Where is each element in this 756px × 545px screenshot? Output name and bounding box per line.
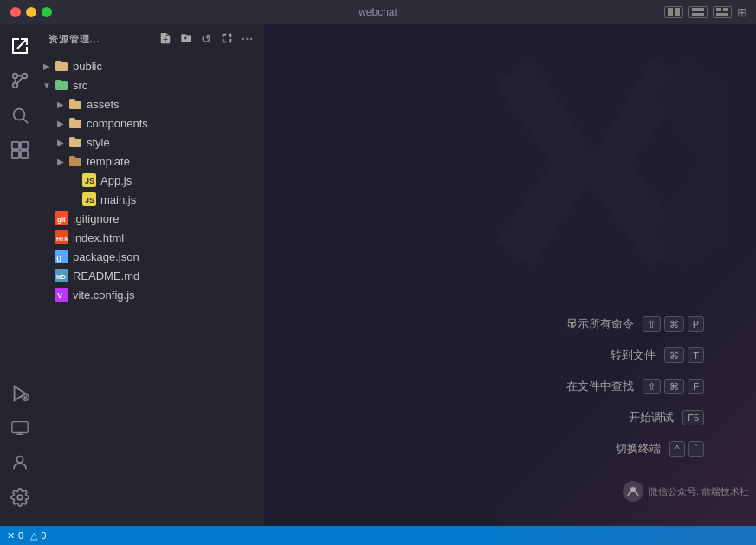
warning-count: 0 (41, 530, 46, 541)
svg-point-9 (13, 83, 18, 88)
error-count: 0 (18, 530, 23, 541)
activity-extensions[interactable] (5, 135, 35, 165)
tree-label-index-html: index.html (73, 231, 257, 244)
tree-item-src[interactable]: ▼ src (40, 75, 264, 94)
tree-label-components: components (87, 117, 257, 130)
key-shift: ⇧ (643, 316, 661, 332)
tree-label-template: template (87, 155, 257, 168)
tree-label-vite-config: vite.config.js (73, 289, 257, 302)
file-icon-package-json: {} (54, 250, 69, 263)
activity-search[interactable] (5, 101, 35, 130)
activity-explorer[interactable] (5, 31, 35, 61)
vscode-watermark (479, 42, 739, 288)
maximize-button[interactable] (42, 7, 52, 17)
file-icon-vite-config: V (54, 288, 69, 302)
more-options-sidebar-icon[interactable]: ··· (240, 30, 255, 49)
new-folder-icon[interactable] (178, 30, 194, 49)
sidebar-header-icons: ↺ ··· (158, 30, 255, 49)
key-shift2: ⇧ (643, 379, 661, 394)
tree-item-assets[interactable]: ▶ assets (40, 94, 264, 114)
tree-label-package-json: package.json (73, 250, 257, 263)
activity-run[interactable] (5, 379, 35, 408)
statusbar: ✕ 0 △ 0 (0, 526, 756, 545)
tree-item-index-html[interactable]: HTML index.html (40, 228, 264, 247)
folder-icon-template (68, 154, 83, 168)
editor-area: 显示所有命令 ⇧ ⌘ P 转到文件 ⌘ T 在文件中查找 ⇧ ⌘ (265, 24, 756, 526)
tree-item-vite-config[interactable]: V vite.config.js (40, 285, 264, 304)
key-f: F (688, 379, 704, 394)
svg-line-12 (17, 77, 23, 83)
svg-rect-0 (668, 8, 673, 16)
tree-item-app-js[interactable]: JS App.js (40, 171, 264, 190)
shortcut-row-2: 在文件中查找 ⇧ ⌘ F (566, 379, 704, 394)
close-button[interactable] (10, 7, 21, 17)
file-icon-app-js: JS (81, 173, 97, 187)
activity-bar (0, 24, 40, 526)
svg-text:JS: JS (85, 177, 94, 185)
activity-remote[interactable] (5, 413, 35, 443)
tree-item-style[interactable]: ▶ style (40, 133, 264, 152)
tree-label-public: public (73, 60, 257, 73)
tree-arrow-template: ▶ (54, 157, 68, 166)
folder-icon-src (54, 78, 69, 92)
welcome-shortcuts: 显示所有命令 ⇧ ⌘ P 转到文件 ⌘ T 在文件中查找 ⇧ ⌘ (566, 316, 704, 457)
status-warnings[interactable]: △ 0 (30, 530, 46, 542)
shortcut-row-0: 显示所有命令 ⇧ ⌘ P (566, 316, 704, 332)
bottom-right-info: 微信公众号: 前端技术社 (623, 481, 749, 502)
shortcut-label-2: 在文件中查找 (566, 379, 634, 394)
refresh-icon[interactable]: ↺ (199, 30, 214, 49)
activity-account[interactable] (5, 448, 35, 477)
shortcut-row-3: 开始调试 F5 (566, 410, 704, 425)
main-layout: 资源管理... ↺ ··· ▶ (0, 24, 756, 526)
new-file-icon[interactable] (158, 30, 173, 49)
layout-icon-2[interactable] (688, 6, 708, 18)
svg-point-26 (16, 457, 23, 463)
tree-item-readme[interactable]: MD README.md (40, 266, 264, 285)
folder-icon-style (68, 135, 83, 149)
status-errors[interactable]: ✕ 0 (7, 530, 23, 542)
tree-label-gitignore: .gitignore (73, 212, 257, 225)
sidebar-header-title: 资源管理... (48, 33, 152, 46)
more-options-icon[interactable]: ⊞ (737, 5, 747, 19)
shortcut-label-1: 转到文件 (611, 347, 656, 363)
tree-item-main-js[interactable]: JS main.js (40, 190, 264, 209)
tree-item-public[interactable]: ▶ public (40, 56, 264, 75)
error-icon: ✕ (7, 530, 15, 542)
tree-item-gitignore[interactable]: git .gitignore (40, 209, 264, 228)
key-cmd: ⌘ (664, 316, 684, 332)
warning-icon: △ (30, 530, 37, 542)
svg-text:V: V (57, 291, 62, 300)
titlebar: webchat ⊞ (0, 0, 756, 24)
tree-label-src: src (73, 79, 257, 92)
tree-arrow-src: ▼ (40, 81, 54, 90)
svg-rect-23 (12, 422, 28, 433)
tree-arrow-public: ▶ (40, 62, 54, 71)
activity-settings[interactable] (5, 483, 35, 512)
tree-item-components[interactable]: ▶ components (40, 114, 264, 133)
tree-arrow-style: ▶ (54, 138, 68, 147)
svg-rect-17 (12, 151, 19, 158)
minimize-button[interactable] (26, 7, 36, 17)
svg-rect-4 (716, 8, 721, 11)
key-backtick: ` (688, 441, 704, 457)
layout-icon-1[interactable] (664, 6, 683, 18)
svg-rect-15 (12, 142, 19, 149)
collapse-icon[interactable] (219, 30, 235, 49)
tree-arrow-assets: ▶ (54, 100, 68, 109)
tree-item-package-json[interactable]: {} package.json (40, 247, 264, 266)
shortcut-label-0: 显示所有命令 (566, 316, 634, 332)
shortcut-keys-0: ⇧ ⌘ P (643, 316, 704, 332)
tree-label-assets: assets (87, 98, 257, 111)
window-controls (10, 7, 52, 17)
tree-item-template[interactable]: ▶ template (40, 152, 264, 171)
key-p: P (688, 316, 704, 332)
tree-label-style: style (87, 136, 257, 149)
svg-rect-16 (21, 142, 28, 149)
key-f5: F5 (682, 410, 704, 425)
svg-rect-6 (716, 13, 728, 16)
activity-source-control[interactable] (5, 66, 35, 95)
layout-icon-3[interactable] (713, 6, 732, 18)
svg-text:JS: JS (85, 196, 94, 204)
shortcut-row-4: 切换终端 ^ ` (566, 441, 704, 457)
shortcut-row-1: 转到文件 ⌘ T (566, 347, 704, 363)
